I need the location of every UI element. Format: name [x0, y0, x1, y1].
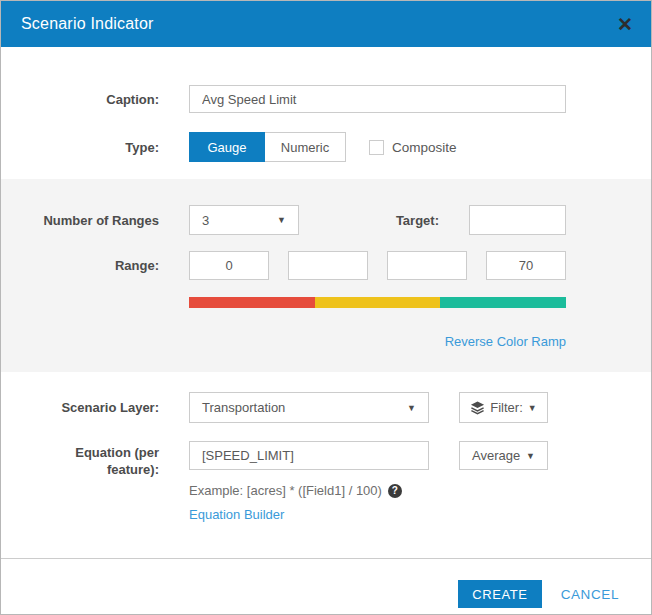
close-icon[interactable]: ✕ — [617, 15, 633, 34]
layers-icon — [470, 401, 485, 415]
target-input[interactable] — [469, 205, 566, 235]
reverse-color-ramp-link[interactable]: Reverse Color Ramp — [445, 334, 566, 349]
range-input-1[interactable] — [189, 251, 269, 280]
layer-equation-section: Scenario Layer: Transportation ▼ Filter:… — [1, 372, 651, 523]
range-label: Range: — [1, 258, 159, 273]
scenario-layer-value: Transportation — [202, 400, 285, 415]
range-row: Range: — [1, 251, 566, 280]
number-of-ranges-value: 3 — [202, 213, 209, 228]
caret-down-icon: ▼ — [407, 403, 416, 413]
filter-button-label: Filter: — [490, 400, 523, 415]
scenario-layer-label: Scenario Layer: — [1, 400, 159, 415]
caret-down-icon: ▼ — [526, 451, 535, 461]
composite-checkbox[interactable] — [369, 140, 384, 155]
number-of-ranges-select[interactable]: 3 ▼ — [189, 205, 299, 235]
type-option-numeric[interactable]: Numeric — [265, 133, 345, 161]
equation-label-wrap: Equation (per feature): — [1, 441, 159, 478]
caption-row: Caption: — [1, 85, 566, 113]
target-label: Target: — [396, 213, 439, 228]
ranges-section: Number of Ranges 3 ▼ Target: Range: Reve… — [1, 179, 651, 372]
equation-label: Equation (per feature): — [47, 441, 159, 478]
equation-input[interactable] — [189, 441, 429, 470]
type-row: Type: Gauge Numeric Composite — [1, 132, 566, 162]
scenario-indicator-dialog: Scenario Indicator ✕ Caption: Type: Gaug… — [0, 0, 652, 615]
create-button[interactable]: CREATE — [458, 580, 541, 608]
caret-down-icon: ▼ — [277, 215, 286, 225]
dialog-title: Scenario Indicator — [21, 15, 154, 33]
number-of-ranges-row: Number of Ranges 3 ▼ Target: — [1, 205, 566, 235]
composite-label: Composite — [392, 140, 457, 155]
range-input-2[interactable] — [288, 251, 368, 280]
aggregate-select[interactable]: Average ▼ — [459, 441, 548, 470]
caret-down-icon: ▼ — [528, 403, 537, 413]
color-ramp — [189, 297, 566, 308]
color-ramp-segment-red — [189, 297, 315, 308]
help-icon[interactable]: ? — [388, 484, 402, 498]
equation-example-row: Example: [acres] * ([Field1] / 100) ? — [189, 483, 651, 498]
scenario-layer-row: Scenario Layer: Transportation ▼ Filter:… — [1, 392, 566, 423]
range-input-3[interactable] — [387, 251, 467, 280]
caption-input[interactable] — [189, 85, 566, 113]
equation-row: Equation (per feature): Average ▼ — [1, 441, 566, 478]
number-of-ranges-label: Number of Ranges — [1, 213, 159, 228]
type-toggle: Gauge Numeric — [189, 132, 346, 162]
dialog-footer: CREATE CANCEL — [1, 559, 651, 608]
type-label: Type: — [1, 140, 159, 155]
color-ramp-segment-teal — [440, 297, 566, 308]
general-section: Caption: Type: Gauge Numeric Composite — [1, 47, 651, 179]
equation-builder-link[interactable]: Equation Builder — [189, 507, 284, 522]
equation-builder-row: Equation Builder — [189, 505, 651, 523]
range-input-4[interactable] — [486, 251, 566, 280]
cancel-button[interactable]: CANCEL — [561, 587, 619, 602]
reverse-color-ramp-row: Reverse Color Ramp — [1, 332, 566, 350]
filter-button[interactable]: Filter: ▼ — [459, 392, 548, 423]
type-option-gauge[interactable]: Gauge — [189, 132, 265, 162]
equation-example-text: Example: [acres] * ([Field1] / 100) — [189, 483, 382, 498]
scenario-layer-select[interactable]: Transportation ▼ — [189, 392, 429, 423]
dialog-header: Scenario Indicator ✕ — [1, 1, 651, 47]
caption-label: Caption: — [1, 92, 159, 107]
aggregate-value: Average — [472, 448, 520, 463]
color-ramp-segment-yellow — [315, 297, 441, 308]
